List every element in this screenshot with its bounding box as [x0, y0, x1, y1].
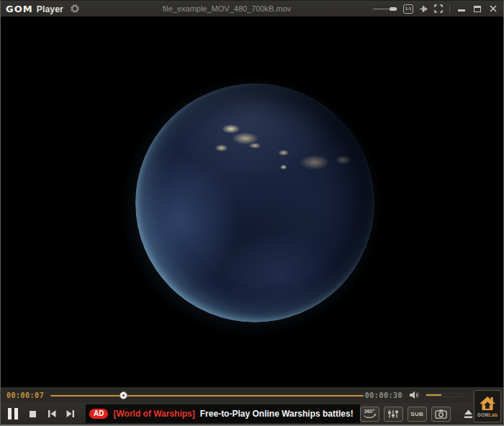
sub-label: SUB [410, 411, 423, 417]
pause-icon [8, 408, 12, 420]
window-title: file_example_MOV_480_700kB.mov [66, 4, 388, 13]
total-time: 00:00:30 [365, 391, 402, 399]
current-time: 00:00:07 [6, 391, 44, 399]
pause-button[interactable] [8, 408, 18, 420]
video-area[interactable] [1, 17, 503, 387]
gomlab-house-icon [479, 395, 496, 412]
equalizer-button[interactable] [384, 407, 403, 422]
seek-handle[interactable] [120, 391, 127, 399]
minimize-icon [458, 9, 465, 12]
transparency-slider-handle[interactable] [390, 7, 397, 11]
screen-ratio-1-1-button[interactable]: 1:1 [403, 4, 413, 14]
ad-badge: AD [89, 409, 108, 419]
eject-icon [463, 409, 474, 419]
seek-bar-track [50, 395, 364, 396]
close-button[interactable] [488, 3, 498, 14]
snapshot-button[interactable] [431, 407, 451, 422]
minimize-button[interactable] [456, 3, 467, 14]
close-icon [490, 5, 497, 12]
svg-text:360°: 360° [364, 409, 375, 414]
gom-player-window: GOM Player file_example_MOV_480_700kB.mo… [0, 0, 504, 426]
stop-icon [30, 411, 36, 417]
titlebar[interactable]: GOM Player file_example_MOV_480_700kB.mo… [1, 1, 503, 17]
fullscreen-icon[interactable] [434, 4, 443, 13]
gomlab-label: GOMLab [477, 413, 498, 418]
maximize-icon [474, 6, 481, 12]
eject-button[interactable] [463, 409, 474, 419]
video-360-button[interactable]: 360° [360, 407, 379, 422]
previous-button[interactable] [47, 409, 57, 418]
titlebar-controls: 1:1 [373, 3, 498, 14]
gomlab-button[interactable]: GOMLab [474, 390, 501, 422]
volume-fill [426, 394, 441, 396]
earth-night-video-frame [135, 83, 374, 322]
equalizer-sliders-icon [387, 409, 399, 419]
ratio-label: 1:1 [405, 6, 412, 11]
camera-icon [435, 409, 447, 419]
ad-banner[interactable]: AD [World of Warships] Free-to-Play Onli… [86, 404, 360, 423]
ad-message: Free-to-Play Online Warships battles! [200, 409, 354, 419]
subtitles-button[interactable]: SUB [408, 407, 427, 422]
stop-button[interactable] [30, 411, 36, 417]
seek-row: 00:00:07 00:00:30 [1, 387, 503, 403]
next-button[interactable] [66, 409, 76, 418]
gom-player-logo: GOM Player [6, 4, 63, 14]
360-degree-icon: 360° [361, 407, 378, 420]
transparency-slider[interactable] [373, 5, 397, 13]
always-on-top-pin-icon[interactable] [419, 4, 428, 14]
next-icon [66, 409, 76, 418]
previous-icon [47, 409, 57, 418]
maximize-button[interactable] [472, 3, 482, 14]
ad-game-title: [World of Warships] [113, 409, 194, 419]
volume-slider[interactable] [426, 394, 463, 396]
volume-speaker-icon[interactable] [409, 391, 420, 399]
seek-bar[interactable] [50, 391, 364, 399]
logo-gom-text: GOM [6, 4, 33, 14]
control-bar: AD [World of Warships] Free-to-Play Onli… [1, 403, 503, 425]
settings-gear-icon[interactable] [70, 4, 80, 14]
titlebar-separator [449, 4, 450, 13]
logo-player-text: Player [37, 4, 63, 14]
